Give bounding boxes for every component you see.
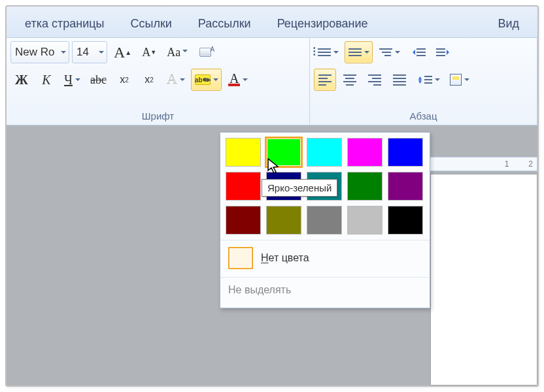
multilevel-button[interactable] [375, 41, 403, 63]
font-color-button[interactable]: A [224, 69, 251, 91]
align-right-button[interactable] [364, 69, 386, 91]
group-paragraph-label: Абзац [314, 109, 533, 125]
color-swatch-magenta[interactable] [347, 138, 382, 167]
tab-mailings[interactable]: Рассылки [185, 12, 264, 37]
multilevel-icon [379, 48, 392, 56]
decrease-indent-button[interactable] [406, 41, 430, 63]
align-right-icon [368, 74, 381, 86]
font-size-combo[interactable]: 14 [72, 41, 107, 63]
color-swatch-cyan[interactable] [307, 138, 342, 167]
align-center-icon [343, 74, 356, 86]
ribbon-tabs: етка страницы Ссылки Рассылки Рецензиров… [7, 7, 537, 38]
no-color-option[interactable]: Нет цвета [226, 240, 424, 274]
color-swatch-gray[interactable] [307, 206, 342, 235]
subscript-button[interactable]: x2 [113, 69, 135, 91]
increase-indent-icon [436, 48, 452, 56]
numbering-icon [348, 48, 362, 56]
no-color-label: Нет цвета [261, 252, 309, 264]
superscript-button[interactable]: x2 [138, 69, 160, 91]
highlight-color-button[interactable]: ab✎ [191, 69, 222, 91]
color-swatch-black[interactable] [388, 206, 423, 235]
underline-button[interactable]: Ч [60, 69, 84, 91]
text-effects-button[interactable]: A [163, 69, 188, 91]
no-color-icon [228, 247, 253, 269]
highlight-icon: ab✎ [195, 74, 211, 85]
decrease-indent-icon [410, 48, 426, 56]
clear-formatting-button[interactable] [194, 41, 216, 63]
color-swatch-olive[interactable] [266, 206, 301, 235]
ribbon: New Ro 14 A▲ A▼ Aa Ж К Ч abc x2 x2 A a [7, 38, 537, 125]
align-left-button[interactable] [314, 69, 336, 91]
horizontal-ruler[interactable]: 1 2 [425, 157, 537, 171]
group-font-label: Шрифт [10, 109, 305, 125]
justify-icon [393, 74, 406, 86]
color-swatch-darkred[interactable] [226, 206, 261, 235]
change-case-button[interactable]: Aa [163, 41, 192, 63]
ruler-mark: 1 [505, 159, 509, 169]
tab-references[interactable]: Ссылки [117, 12, 184, 37]
italic-button[interactable]: К [35, 69, 58, 91]
bold-button[interactable]: Ж [10, 69, 33, 91]
highlight-color-popup: Нет цвета Не выделять [220, 132, 430, 308]
color-swatch-bright-green[interactable] [266, 138, 301, 167]
bullets-icon [318, 48, 331, 56]
font-name-combo[interactable]: New Ro [10, 41, 69, 63]
increase-indent-button[interactable] [432, 41, 456, 63]
document-page[interactable] [430, 174, 537, 385]
align-left-icon [318, 74, 332, 86]
bullets-button[interactable] [314, 41, 342, 63]
tab-view[interactable]: Вид [484, 12, 532, 37]
tab-page-layout[interactable]: етка страницы [12, 12, 117, 37]
line-spacing-button[interactable]: ▲▼ [413, 69, 443, 91]
numbering-button[interactable] [345, 41, 373, 63]
color-swatch-red[interactable] [226, 172, 261, 201]
grow-font-button[interactable]: A▲ [110, 41, 135, 63]
group-paragraph: ▲▼ Абзац [310, 38, 537, 125]
ruler-mark: 2 [528, 159, 533, 169]
group-font: New Ro 14 A▲ A▼ Aa Ж К Ч abc x2 x2 A a [7, 38, 310, 125]
color-swatch-lightgray[interactable] [347, 206, 382, 235]
shrink-font-button[interactable]: A▼ [138, 41, 160, 63]
eraser-icon [199, 48, 211, 57]
tab-review[interactable]: Рецензирование [264, 12, 381, 37]
shading-icon [450, 74, 462, 86]
color-swatch-blue[interactable] [388, 138, 423, 167]
color-swatch-green[interactable] [347, 172, 382, 201]
shading-button[interactable] [446, 69, 473, 91]
color-swatch-yellow[interactable] [226, 138, 261, 167]
justify-button[interactable] [388, 69, 411, 91]
stop-highlight-option[interactable]: Не выделять [226, 278, 424, 304]
line-spacing-icon: ▲▼ [417, 76, 432, 84]
align-center-button[interactable] [339, 69, 361, 91]
strikethrough-button[interactable]: abc [86, 69, 110, 91]
color-tooltip: Ярко-зеленый [262, 179, 337, 197]
color-swatch-purple[interactable] [388, 172, 423, 201]
